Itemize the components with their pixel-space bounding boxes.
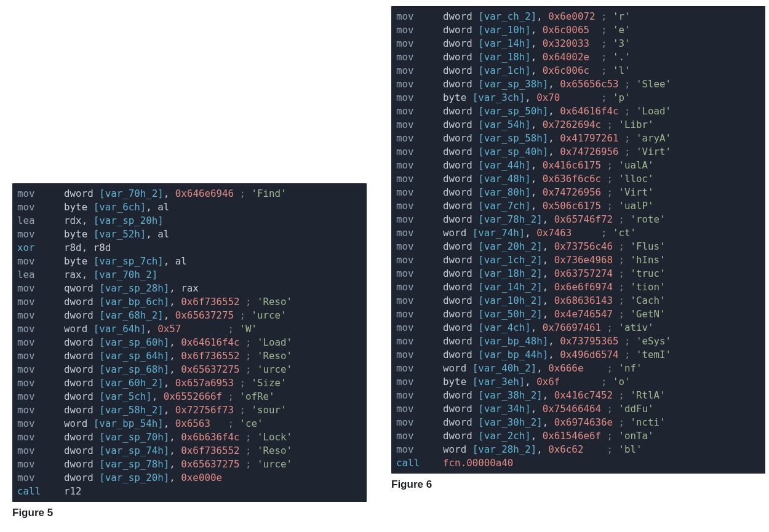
asm-line: lea rax, [var_70h_2] xyxy=(17,268,362,282)
asm-line: mov dword [var_5ch], 0x6552666f ; 'ofRe' xyxy=(17,390,362,403)
asm-line: mov dword [var_7ch], 0x506c6175 ; 'ualP' xyxy=(396,199,760,213)
asm-line: mov dword [var_sp_40h], 0x74726956 ; 'Vi… xyxy=(396,145,760,159)
asm-line: mov dword [var_sp_70h], 0x6b636f4c ; 'Lo… xyxy=(17,431,362,444)
asm-line: mov dword [var_60h_2], 0x657a6953 ; 'Siz… xyxy=(17,376,362,390)
asm-line: mov dword [var_68h_2], 0x65637275 ; 'urc… xyxy=(17,309,362,322)
asm-line: mov dword [var_54h], 0x7262694c ; 'Libr' xyxy=(396,118,760,132)
asm-line: mov dword [var_1ch_2], 0x736e4968 ; 'hIn… xyxy=(396,253,760,267)
asm-line: mov dword [var_34h], 0x75466464 ; 'ddFu' xyxy=(396,402,760,416)
asm-line: mov word [var_64h], 0x57 ; 'W' xyxy=(17,322,362,336)
asm-line: mov word [var_bp_54h], 0x6563 ; 'ce' xyxy=(17,417,362,431)
asm-line: mov dword [var_bp_6ch], 0x6f736552 ; 'Re… xyxy=(17,295,362,309)
asm-line: mov qword [var_sp_28h], rax xyxy=(17,282,362,295)
asm-line: mov dword [var_2ch], 0x61546e6f ; 'onTa' xyxy=(396,429,760,443)
asm-line: mov byte [var_3ch], 0x70 ; 'p' xyxy=(396,91,760,105)
asm-line: mov dword [var_14h], 0x320033 ; '3' xyxy=(396,37,760,50)
asm-line: mov word [var_40h_2], 0x666e ; 'nf' xyxy=(396,362,760,375)
figure-6: mov dword [var_ch_2], 0x6e0072 ; 'r'mov … xyxy=(391,6,765,491)
figure-5: mov dword [var_70h_2], 0x646e6946 ; 'Fin… xyxy=(12,183,367,519)
asm-line: mov dword [var_58h_2], 0x72756f73 ; 'sou… xyxy=(17,403,362,417)
asm-line: call r12 xyxy=(17,485,362,498)
asm-line: mov dword [var_38h_2], 0x416c7452 ; 'Rtl… xyxy=(396,389,760,402)
asm-line: mov dword [var_sp_64h], 0x6f736552 ; 'Re… xyxy=(17,349,362,363)
asm-line: mov dword [var_10h_2], 0x68636143 ; 'Cac… xyxy=(396,294,760,308)
disassembly-figure-6: mov dword [var_ch_2], 0x6e0072 ; 'r'mov … xyxy=(391,6,765,474)
asm-line: mov dword [var_sp_74h], 0x6f736552 ; 'Re… xyxy=(17,444,362,458)
figure-6-caption: Figure 6 xyxy=(391,478,765,491)
asm-line: mov dword [var_sp_20h], 0xe000e xyxy=(17,471,362,485)
asm-line: mov dword [var_44h], 0x416c6175 ; 'ualA' xyxy=(396,159,760,172)
figure-5-caption: Figure 5 xyxy=(12,507,367,519)
asm-line: mov dword [var_10h], 0x6c0065 ; 'e' xyxy=(396,23,760,37)
asm-line: mov byte [var_52h], al xyxy=(17,228,362,241)
asm-line: mov dword [var_1ch], 0x6c006c ; 'l' xyxy=(396,64,760,77)
asm-line: mov dword [var_14h_2], 0x6e6f6974 ; 'tio… xyxy=(396,280,760,294)
asm-line: mov dword [var_bp_44h], 0x496d6574 ; 'te… xyxy=(396,348,760,362)
asm-line: mov dword [var_bp_48h], 0x73795365 ; 'eS… xyxy=(396,335,760,348)
asm-line: mov dword [var_78h_2], 0x65746f72 ; 'rot… xyxy=(396,213,760,226)
disassembly-figure-5: mov dword [var_70h_2], 0x646e6946 ; 'Fin… xyxy=(12,183,367,502)
asm-line: mov dword [var_70h_2], 0x646e6946 ; 'Fin… xyxy=(17,187,362,200)
asm-line: mov byte [var_3eh], 0x6f ; 'o' xyxy=(396,375,760,389)
asm-line: mov byte [var_sp_7ch], al xyxy=(17,255,362,268)
asm-line: xor r8d, r8d xyxy=(17,241,362,255)
asm-line: lea rdx, [var_sp_20h] xyxy=(17,214,362,228)
asm-line: mov dword [var_18h], 0x64002e ; '.' xyxy=(396,50,760,64)
asm-line: mov dword [var_30h_2], 0x6974636e ; 'nct… xyxy=(396,416,760,429)
asm-line: mov dword [var_18h_2], 0x63757274 ; 'tru… xyxy=(396,267,760,280)
asm-line: mov word [var_28h_2], 0x6c62 ; 'bl' xyxy=(396,443,760,456)
asm-line: mov dword [var_sp_68h], 0x65637275 ; 'ur… xyxy=(17,363,362,376)
asm-line: mov dword [var_50h_2], 0x4e746547 ; 'Get… xyxy=(396,308,760,321)
asm-line: mov dword [var_sp_38h], 0x65656c53 ; 'Sl… xyxy=(396,77,760,91)
asm-line: mov dword [var_80h], 0x74726956 ; 'Virt' xyxy=(396,186,760,199)
asm-line: mov dword [var_48h], 0x636f6c6c ; 'lloc' xyxy=(396,172,760,186)
asm-line: mov dword [var_sp_78h], 0x65637275 ; 'ur… xyxy=(17,458,362,471)
asm-line: mov dword [var_20h_2], 0x73756c46 ; 'Flu… xyxy=(396,240,760,253)
asm-line: mov dword [var_4ch], 0x76697461 ; 'ativ' xyxy=(396,321,760,335)
asm-line: mov dword [var_sp_60h], 0x64616f4c ; 'Lo… xyxy=(17,336,362,349)
asm-line: mov byte [var_6ch], al xyxy=(17,200,362,214)
asm-line: mov dword [var_sp_58h], 0x41797261 ; 'ar… xyxy=(396,132,760,145)
asm-line: mov dword [var_sp_50h], 0x64616f4c ; 'Lo… xyxy=(396,105,760,118)
asm-line: mov word [var_74h], 0x7463 ; 'ct' xyxy=(396,226,760,240)
asm-line: call fcn.00000a40 xyxy=(396,456,760,470)
asm-line: mov dword [var_ch_2], 0x6e0072 ; 'r' xyxy=(396,10,760,23)
